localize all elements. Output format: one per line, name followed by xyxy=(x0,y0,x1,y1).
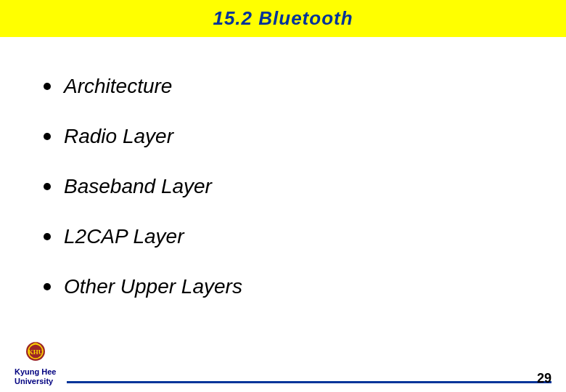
bullet-text: Baseband Layer xyxy=(64,175,212,198)
bullet-text: Architecture xyxy=(64,75,172,98)
footer-divider-container xyxy=(67,381,551,386)
footer: KHU Kyung Hee University 29 xyxy=(0,340,566,392)
content-area: Architecture Radio Layer Baseband Layer … xyxy=(0,37,566,340)
slide-title: 15.2 Bluetooth xyxy=(213,7,353,29)
bullet-dot xyxy=(44,83,51,90)
bullet-dot xyxy=(44,233,51,240)
bullet-dot xyxy=(44,183,51,190)
list-item: Other Upper Layers xyxy=(44,275,522,298)
list-item: Radio Layer xyxy=(44,125,522,148)
university-logo: KHU Kyung Hee University xyxy=(15,340,56,386)
bullet-text: Other Upper Layers xyxy=(64,275,242,298)
bullet-text: Radio Layer xyxy=(64,125,173,148)
svg-text:KHU: KHU xyxy=(28,348,43,356)
title-bar: 15.2 Bluetooth xyxy=(0,0,566,37)
university-name: Kyung Hee University xyxy=(15,367,56,386)
list-item: Baseband Layer xyxy=(44,175,522,198)
list-item: Architecture xyxy=(44,75,522,98)
bullet-dot xyxy=(44,283,51,290)
footer-divider xyxy=(67,381,551,383)
logo-icon: KHU xyxy=(22,340,49,367)
slide: 15.2 Bluetooth Architecture Radio Layer … xyxy=(0,0,566,392)
bullet-text: L2CAP Layer xyxy=(64,225,184,248)
bullet-dot xyxy=(44,133,51,140)
page-number: 29 xyxy=(537,371,551,386)
list-item: L2CAP Layer xyxy=(44,225,522,248)
